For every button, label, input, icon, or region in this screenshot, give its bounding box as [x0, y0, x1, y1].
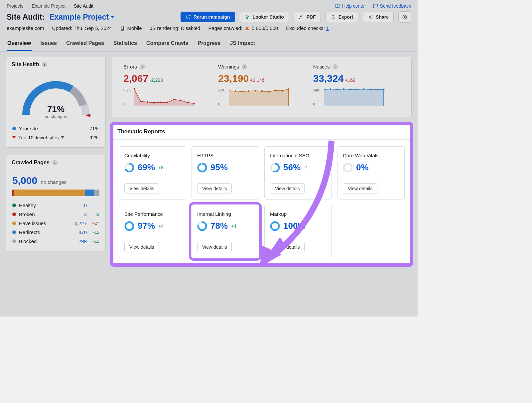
svg-point-21	[235, 90, 236, 92]
tab-overview[interactable]: Overview	[7, 36, 32, 51]
chevron-right-icon: ›	[69, 3, 70, 9]
project-selector[interactable]: Example Project	[49, 13, 114, 22]
tab-issues[interactable]: Issues	[40, 36, 58, 51]
info-icon[interactable]: i	[42, 62, 47, 67]
crawled-row: Broken4-1	[12, 210, 99, 219]
help-center-link[interactable]: Help center	[335, 3, 366, 9]
crawled-row: Have issues4,227+27	[12, 219, 99, 228]
site-health-card: Site Health i 71% no changes	[6, 57, 106, 148]
pdf-button[interactable]: PDF	[294, 12, 321, 22]
crawled-total: 5,000	[12, 175, 37, 186]
view-details-button[interactable]: View details	[197, 183, 232, 194]
svg-point-37	[369, 89, 371, 90]
tab-crawled-pages[interactable]: Crawled Pages	[66, 36, 105, 51]
svg-point-34	[349, 89, 351, 90]
svg-point-31	[330, 88, 331, 90]
svg-point-33	[343, 88, 344, 90]
top-10-toggle[interactable]: Top-10% websites 92%	[12, 133, 99, 142]
svg-point-29	[288, 88, 290, 90]
crawled-pages-card: Crawled Pages i 5,000 no changes Healthy…	[6, 155, 106, 251]
looker-icon	[245, 14, 250, 20]
share-button[interactable]: Share	[363, 12, 394, 22]
svg-point-19	[193, 103, 195, 104]
notices-sparkline	[324, 88, 390, 106]
tab-statistics[interactable]: Statistics	[113, 36, 138, 51]
svg-point-12	[147, 101, 148, 103]
report-https: HTTPS95%View details	[192, 146, 259, 200]
svg-point-17	[180, 100, 182, 101]
svg-point-24	[255, 90, 256, 92]
settings-button[interactable]	[398, 11, 411, 23]
svg-point-18	[187, 102, 188, 103]
chevron-down-icon	[111, 16, 114, 18]
view-details-button[interactable]: View details	[270, 242, 305, 252]
excluded-checks-link[interactable]: 1	[326, 25, 329, 31]
meta-row: examplesite.com Updated: Thu, Sep 5, 202…	[0, 25, 418, 36]
chevron-right-icon: ›	[27, 3, 29, 9]
report-site-performance: Site Performance97%+4View details	[119, 205, 186, 258]
tab-progress[interactable]: Progress	[197, 36, 221, 51]
report-core-web-vitals: Core Web Vitals0%View details	[337, 146, 405, 200]
report-markup: Markup100%View details	[264, 205, 332, 258]
svg-point-14	[160, 102, 162, 103]
view-details-button[interactable]: View details	[124, 242, 159, 252]
send-feedback-link[interactable]: Send feedback	[373, 3, 411, 9]
svg-point-43	[198, 164, 206, 172]
site-health-percent: 71%	[19, 104, 92, 114]
export-icon	[331, 14, 336, 20]
errors-sparkline	[134, 88, 200, 106]
warning-icon	[244, 26, 250, 31]
thematic-reports-card: Thematic Reports Crawlability69%+8View d…	[112, 124, 412, 265]
report-international-seo: International SEO56%-1View details	[264, 146, 332, 200]
svg-point-15	[167, 102, 168, 103]
crawled-row: Healthy0	[12, 201, 99, 210]
svg-point-35	[356, 89, 358, 90]
svg-point-16	[173, 99, 175, 100]
info-icon[interactable]: i	[140, 64, 145, 69]
crawled-row: Redirects470-13	[12, 228, 99, 237]
view-details-button[interactable]: View details	[270, 183, 305, 194]
export-button[interactable]: Export	[326, 12, 358, 22]
refresh-icon	[186, 14, 191, 20]
info-icon[interactable]: i	[242, 64, 247, 69]
gear-icon	[402, 14, 407, 20]
svg-point-22	[241, 91, 243, 92]
svg-point-53	[271, 222, 279, 230]
svg-point-11	[140, 101, 142, 102]
svg-point-13	[153, 102, 155, 104]
breadcrumb: Projects › Example Project › Site Audit	[7, 3, 93, 9]
breadcrumb-project[interactable]: Example Project	[32, 3, 66, 9]
crawled-row: Blocked299-13	[12, 237, 99, 246]
svg-point-25	[261, 90, 263, 92]
svg-point-4	[371, 15, 372, 16]
report-crawlability: Crawlability69%+8View details	[119, 146, 186, 200]
breadcrumb-current: Site Audit	[74, 3, 93, 9]
site-health-change: no changes	[19, 114, 92, 119]
page-title: Site Audit:	[7, 13, 45, 22]
looker-studio-button[interactable]: Looker Studio	[240, 12, 289, 22]
svg-point-23	[248, 90, 250, 92]
nav-tabs: OverviewIssuesCrawled PagesStatisticsCom…	[0, 36, 418, 52]
svg-point-1	[247, 16, 249, 17]
tab-compare-crawls[interactable]: Compare Crawls	[146, 36, 189, 51]
site-domain: examplesite.com	[7, 25, 44, 31]
svg-point-32	[336, 89, 338, 90]
info-icon[interactable]: i	[332, 64, 338, 69]
svg-point-38	[376, 89, 378, 90]
svg-point-46	[344, 164, 352, 172]
view-details-button[interactable]: View details	[124, 183, 159, 194]
svg-point-27	[275, 90, 276, 91]
view-details-button[interactable]: View details	[343, 183, 377, 194]
svg-point-2	[246, 17, 248, 19]
breadcrumb-projects[interactable]: Projects	[7, 3, 24, 9]
svg-point-3	[369, 17, 370, 18]
svg-point-10	[134, 88, 135, 90]
book-icon	[335, 3, 340, 9]
info-icon[interactable]: i	[52, 160, 58, 165]
metrics-row: Errorsi 2,067-2,293 9.2K0 Warningsi 23,1…	[112, 57, 412, 117]
chevron-down-icon	[61, 136, 64, 139]
view-details-button[interactable]: View details	[197, 242, 232, 252]
tab-js-impact[interactable]: JS Impact	[229, 36, 256, 51]
rerun-campaign-button[interactable]: Rerun campaign	[181, 12, 235, 22]
svg-point-49	[125, 222, 133, 230]
